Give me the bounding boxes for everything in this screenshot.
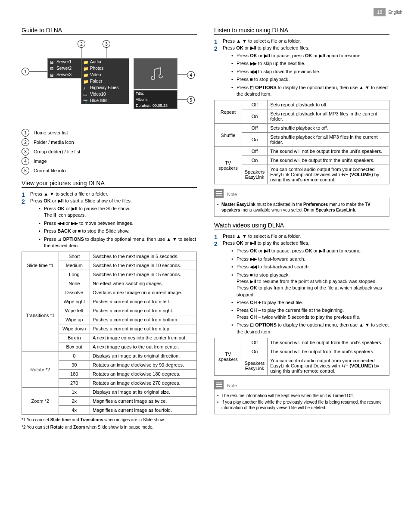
step: Press OK or ▶II to play the selected fil…	[214, 45, 389, 97]
opt-desc: You can control audio output from your c…	[268, 165, 389, 184]
bullet: Press CH + to play the next file.	[231, 299, 389, 306]
legend-num: 1	[22, 129, 29, 137]
header-lang: English	[388, 10, 402, 15]
note-box: Note The resume information will be kept…	[214, 380, 389, 414]
music-icon: ♪	[83, 86, 88, 90]
opt-name: 4x	[59, 406, 90, 415]
opt-name: 180	[59, 370, 90, 379]
opt-name: Off	[242, 124, 267, 133]
bullet: Press ◀◀ or ▶▶ to move between images.	[39, 220, 197, 227]
bullet: Press ▶▶ to fast-forward search.	[231, 256, 389, 262]
opt-name: 0	[59, 352, 90, 361]
folder-icon: 📁	[83, 60, 88, 64]
callout-5: 5	[187, 96, 195, 104]
row-header: Slide time *1	[22, 252, 59, 279]
server-icon: 🖥	[50, 66, 55, 71]
opt-name: SpeakersEasyLink	[242, 356, 267, 376]
footnote-1: *1 You can set Slide time and Transition…	[22, 417, 197, 422]
opt-desc: Sets repeat playback for all MP3 files i…	[268, 109, 389, 124]
opt-name: Short	[59, 252, 90, 261]
opt-name: None	[59, 279, 90, 288]
opt-desc: Magnifies a current image as fourfold.	[90, 406, 196, 415]
heading-music: Listen to music using DLNA	[214, 27, 389, 35]
bullet: Press ◀◀ to skip down the previous file.	[231, 68, 389, 75]
bullet: Press ⊡ OPTIONS to display the optional …	[231, 322, 389, 335]
opt-desc: Switches to the next image in 15 seconds…	[90, 270, 196, 279]
folder-icon: 📁	[83, 73, 88, 77]
step: Press OK or ▶II to start a Slide show of…	[22, 198, 197, 249]
bullet: Press ■ to stop playback.Press ▶II to re…	[231, 272, 389, 299]
legend-text: Current file info	[34, 168, 66, 173]
opt-name: Long	[59, 270, 90, 279]
note-box: Note Master EasyLink must be activated i…	[214, 189, 389, 217]
note-title: Note	[227, 192, 389, 198]
legend-num: 4	[22, 157, 29, 165]
opt-desc: No effect when switching images.	[90, 279, 196, 288]
note-text: Master EasyLink must be activated in the…	[217, 202, 386, 213]
bullet: Press ⊡ OPTIONS to display the optional …	[39, 236, 197, 249]
opt-name: Wipe right	[59, 297, 90, 306]
server-icon: 🖥	[50, 60, 55, 64]
footnote-2: *2 You can set Rotate and Zoom when Slid…	[22, 425, 197, 429]
legend-num: 3	[22, 148, 29, 156]
legend-text: Image	[34, 159, 47, 164]
row-header: Zoom *2	[22, 388, 59, 415]
opt-desc: Rotates an image clockwise by 90 degrees…	[90, 361, 196, 370]
callout-2: 2	[78, 40, 85, 48]
opt-name: On	[242, 109, 267, 124]
opt-desc: Rotates an image clockwise 180 degrees.	[90, 370, 196, 379]
opt-name: Box in	[59, 333, 90, 342]
opt-desc: Magnifies a current image as twice.	[90, 397, 196, 406]
bullet: Press OK or ▶II to pause the Slide show.…	[39, 205, 197, 219]
bullet: Press BACK or ■ to stop the Slide show.	[39, 228, 197, 234]
opt-desc: Switches to the next image in 10 seconds…	[90, 261, 196, 270]
image-thumb	[134, 58, 177, 89]
video-icon: ▭	[83, 92, 88, 96]
opt-desc: Displays an image at its original size.	[90, 388, 196, 397]
note-text: If you play another file while the previ…	[217, 399, 386, 411]
cat-audio: Audio	[90, 59, 101, 64]
opt-name: Wipe down	[59, 324, 90, 333]
opt-desc: The sound will be output from the unit's…	[268, 347, 389, 356]
row-header: Rotate *2	[22, 352, 59, 388]
opt-desc: The sound will not be output from the un…	[268, 147, 389, 156]
callout-4: 4	[187, 71, 195, 79]
opt-desc: Overlaps a next image on a current image…	[90, 288, 196, 297]
photo-icon: 📷	[83, 99, 88, 103]
legend-num: 5	[22, 167, 29, 174]
opt-name: 2x	[59, 397, 90, 406]
cat-video: Video	[90, 72, 101, 77]
opt-name: On	[242, 133, 267, 147]
page-number: 18	[374, 8, 386, 16]
legend-num: 2	[22, 138, 29, 146]
music-options-table: RepeatOffSets repeat playback to off. On…	[214, 100, 389, 184]
opt-name: SpeakersEasyLink	[242, 165, 267, 184]
step: Press OK or ▶II to play the selected fil…	[214, 240, 389, 335]
bullet: Press ◀◀ to fast-backward search.	[231, 264, 389, 270]
opt-name: On	[242, 347, 267, 356]
opt-name: Wipe left	[59, 306, 90, 315]
folder-icon: 📁	[83, 79, 88, 84]
file-2: Video10	[90, 92, 106, 96]
opt-desc: Pushes a current image out from left.	[90, 297, 196, 306]
opt-desc: Sets shuffle playback for all MP3 files …	[268, 133, 389, 147]
cat-photos: Photos	[90, 66, 103, 71]
file-1: Highway Blues	[90, 85, 118, 90]
opt-desc: The sound will be output from the unit's…	[268, 156, 389, 165]
opt-name: Off	[242, 338, 267, 347]
opt-name: Off	[242, 147, 267, 156]
legend-text: Group (folder) / file list	[34, 149, 80, 154]
bullet: Press ■ to stop playback.	[231, 76, 389, 83]
opt-desc: Displays an image at its original direct…	[90, 352, 196, 361]
note-icon	[214, 189, 224, 198]
bullet: Press OK or ▶II to pause, press OK or ▶I…	[231, 248, 389, 254]
server-3: Server3	[56, 72, 72, 77]
info-album: Album:	[136, 97, 148, 102]
opt-name: Box out	[59, 342, 90, 352]
server-2: Server2	[56, 66, 72, 71]
row-header: TV speakers	[215, 147, 242, 184]
opt-name: Wipe up	[59, 315, 90, 324]
pictures-options-table: Slide time *1ShortSwitches to the next i…	[22, 252, 197, 415]
info-title: Title:	[136, 91, 144, 96]
note-title: Note	[227, 383, 389, 389]
